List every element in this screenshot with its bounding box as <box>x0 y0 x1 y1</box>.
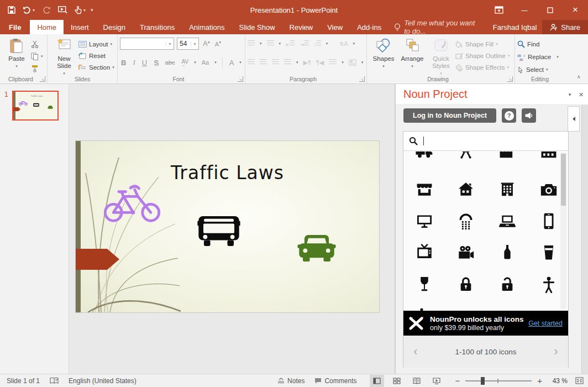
tab-insert[interactable]: Insert <box>64 20 96 34</box>
panel-scrollbar-track[interactable] <box>581 105 588 374</box>
tab-slide-show[interactable]: Slide Show <box>232 20 282 34</box>
underline-button[interactable]: U <box>141 59 148 67</box>
notes-button[interactable]: Notes <box>277 377 305 385</box>
strikethrough-button[interactable]: abc <box>164 59 176 66</box>
new-slide-button[interactable]: New Slide ▾ <box>50 36 78 75</box>
grid-icon-drink-glass[interactable] <box>539 243 558 262</box>
grid-icon-truck[interactable] <box>415 151 434 161</box>
ribbon-display-options-icon[interactable] <box>486 0 512 20</box>
car-icon[interactable] <box>297 234 336 262</box>
collapse-ribbon-icon[interactable]: ˄ <box>577 74 580 80</box>
zoom-level[interactable]: 43 % <box>548 377 568 385</box>
tab-add-ins[interactable]: Add-ins <box>350 20 389 34</box>
slide-title[interactable]: Traffic Laws <box>76 162 379 184</box>
font-dialog-launcher[interactable] <box>238 76 243 82</box>
next-page-icon[interactable]: › <box>544 344 568 359</box>
grid-icon-tv[interactable] <box>415 243 434 262</box>
search-bar[interactable] <box>403 132 568 151</box>
grid-icon-padlock-locked[interactable] <box>456 275 475 294</box>
columns-icon[interactable] <box>329 59 337 66</box>
get-started-link[interactable]: Get started <box>528 320 563 327</box>
help-button[interactable]: ? <box>502 108 516 123</box>
align-right-icon[interactable] <box>272 59 279 66</box>
shadow-button[interactable]: S <box>153 59 160 67</box>
view-slideshow-button[interactable] <box>429 375 444 387</box>
grid-icon-video-camera[interactable] <box>456 243 475 262</box>
grid-icon-factory[interactable] <box>498 151 517 161</box>
view-normal-button[interactable] <box>370 375 384 387</box>
zoom-in-button[interactable]: + <box>537 376 542 385</box>
line-spacing-icon[interactable]: ↕ <box>314 40 321 48</box>
shape-outline-button[interactable]: Shape Outline▾ <box>455 51 510 60</box>
arrange-button[interactable]: Arrange ▾ <box>398 36 427 75</box>
slide-canvas[interactable]: Traffic Laws <box>76 141 379 312</box>
bus-icon[interactable] <box>197 216 240 247</box>
character-spacing-button[interactable]: AV↔ <box>181 59 190 67</box>
find-button[interactable]: Find <box>517 40 559 49</box>
select-button[interactable]: Select▾ <box>517 65 559 74</box>
grid-icon-dial-pad[interactable] <box>456 212 475 231</box>
prev-page-icon[interactable]: ‹ <box>403 344 428 359</box>
shape-fill-button[interactable]: Shape Fill▾ <box>455 40 510 49</box>
grid-icon-office-building[interactable] <box>498 180 517 199</box>
start-from-beginning-icon[interactable] <box>58 6 67 14</box>
format-painter-icon[interactable] <box>31 64 43 73</box>
grid-icon-laptop[interactable] <box>498 212 517 231</box>
quick-styles-button[interactable]: Quick Styles ▾ <box>427 36 455 75</box>
grid-scrollbar-thumb[interactable] <box>561 154 566 206</box>
megaphone-button[interactable] <box>522 108 536 123</box>
replace-button[interactable]: abacReplace▾ <box>517 53 559 61</box>
grid-icon-person[interactable] <box>539 275 558 294</box>
paste-button[interactable]: Paste ▾ <box>2 36 31 75</box>
rtl-direction-icon[interactable]: ¶◀ <box>316 59 324 66</box>
view-reading-button[interactable] <box>410 375 424 387</box>
bicycle-icon[interactable] <box>103 182 161 224</box>
smartart-icon[interactable] <box>349 59 356 66</box>
proofing-icon[interactable] <box>50 377 59 384</box>
customize-qat-icon[interactable]: ▾ <box>91 7 93 13</box>
save-icon[interactable] <box>8 6 15 14</box>
grid-icon-desktop-monitor[interactable] <box>415 212 434 231</box>
grid-icon-factory-windows[interactable] <box>539 151 558 161</box>
view-slide-sorter-button[interactable] <box>390 375 404 387</box>
clipboard-dialog-launcher[interactable] <box>40 76 45 82</box>
grid-icon-house[interactable] <box>456 180 475 199</box>
font-color-button[interactable]: A <box>228 59 235 67</box>
zoom-out-button[interactable]: − <box>455 376 460 385</box>
tab-transitions[interactable]: Transitions <box>133 20 182 34</box>
layout-button[interactable]: Layout▾ <box>78 40 114 49</box>
align-center-icon[interactable] <box>260 59 267 66</box>
language-indicator[interactable]: English (United States) <box>69 377 136 385</box>
tab-design[interactable]: Design <box>96 20 133 34</box>
section-button[interactable]: Section▾ <box>78 63 114 72</box>
zoom-slider[interactable] <box>465 375 532 387</box>
font-size-combo[interactable]: 54▾ <box>177 38 199 50</box>
paragraph-dialog-launcher[interactable] <box>359 76 365 82</box>
shapes-button[interactable]: Shapes ▾ <box>369 36 398 75</box>
grid-icon-camera[interactable] <box>539 180 558 199</box>
tab-animations[interactable]: Animations <box>182 20 232 34</box>
increase-indent-icon[interactable]: ⇥ <box>300 40 308 48</box>
tab-view[interactable]: View <box>320 20 350 34</box>
share-button[interactable]: Share <box>542 20 588 34</box>
user-name[interactable]: Farshad Iqbal <box>487 20 543 34</box>
slide-thumbnail-pane[interactable]: 1 Traffic Laws <box>0 84 69 374</box>
slide-indicator[interactable]: Slide 1 of 1 <box>7 377 40 385</box>
justify-icon[interactable] <box>284 59 291 66</box>
change-case-button[interactable]: Aa <box>201 59 210 66</box>
tab-home[interactable]: Home <box>30 20 64 34</box>
bold-button[interactable]: B <box>120 59 127 67</box>
panel-close-icon[interactable]: × <box>579 90 584 99</box>
comments-button[interactable]: Comments <box>314 377 356 385</box>
tell-me-box[interactable]: Tell me what you want to do... <box>389 20 487 34</box>
grid-icon-cable-car[interactable] <box>456 151 475 161</box>
tab-file[interactable]: File <box>0 20 30 34</box>
close-button[interactable]: × <box>563 0 588 20</box>
zoom-slider-thumb[interactable] <box>481 377 485 385</box>
cut-icon[interactable] <box>31 40 43 49</box>
touch-mode-icon[interactable]: ▾ <box>75 6 86 14</box>
drawing-dialog-launcher[interactable] <box>507 76 513 82</box>
font-name-combo[interactable]: ▾ <box>120 38 174 50</box>
panel-menu-caret-icon[interactable]: ▾ <box>569 92 571 97</box>
italic-button[interactable]: I <box>132 58 136 67</box>
